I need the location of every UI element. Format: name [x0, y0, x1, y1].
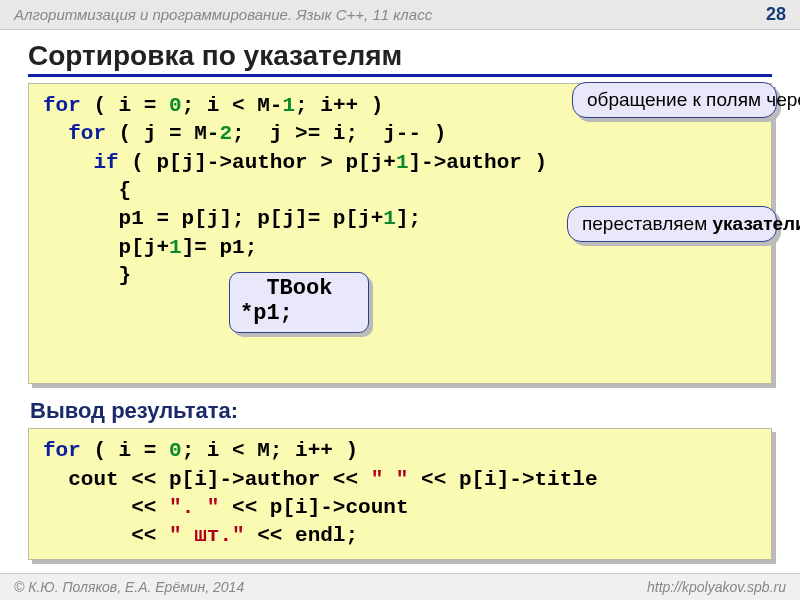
code-txt: }	[43, 264, 131, 287]
code-num: 0	[169, 94, 182, 117]
page-header: Алгоритмизация и программирование. Язык …	[0, 0, 800, 30]
slide-title: Сортировка по указателям	[28, 40, 772, 77]
code-kw: if	[43, 151, 119, 174]
code-txt: ]->author )	[408, 151, 547, 174]
code-block-sort: for ( i = 0; i < M-1; i++ ) for ( j = M-…	[28, 83, 772, 384]
code-str: " шт."	[169, 524, 245, 547]
callout-swap: переставляем указатели!	[567, 206, 777, 242]
code-txt: ( p[j]->author > p[j+	[119, 151, 396, 174]
code-num: 1	[282, 94, 295, 117]
callout-text: обращение к полям через указатели	[587, 89, 800, 110]
course-title: Алгоритмизация и программирование. Язык …	[14, 6, 432, 23]
code-num: 0	[169, 439, 182, 462]
code-txt: << endl;	[245, 524, 358, 547]
code-block-output: for ( i = 0; i < M; i++ ) cout << p[i]->…	[28, 428, 772, 559]
code-str: ". "	[169, 496, 219, 519]
code-num: 1	[169, 236, 182, 259]
code-str: " "	[371, 468, 409, 491]
callout-text: переставляем	[582, 213, 713, 234]
code-txt: p1 = p[j]; p[j]= p[j+	[43, 207, 383, 230]
code-txt: {	[43, 179, 131, 202]
output-heading: Вывод результата:	[30, 398, 800, 424]
code-num: 2	[219, 122, 232, 145]
code-txt: ; i < M; i++ )	[182, 439, 358, 462]
footer-url: http://kpolyakov.spb.ru	[647, 579, 786, 595]
code-kw: for	[43, 439, 81, 462]
code-txt: <<	[43, 496, 169, 519]
page-footer: © К.Ю. Поляков, Е.А. Ерёмин, 2014 http:/…	[0, 573, 800, 600]
code-kw: for	[43, 94, 81, 117]
code-txt: cout << p[i]->author <<	[43, 468, 371, 491]
code-txt: ; i < M-	[182, 94, 283, 117]
code-num: 1	[396, 151, 409, 174]
code-txt: ( i =	[81, 439, 169, 462]
callout-text: TBook *p1;	[240, 276, 332, 326]
code-txt: ];	[396, 207, 421, 230]
code-txt: ; j >= i; j-- )	[232, 122, 446, 145]
code-txt: << p[i]->title	[408, 468, 597, 491]
callout-fields: обращение к полям через указатели	[572, 82, 777, 118]
code-txt: ( j = M-	[106, 122, 219, 145]
code-txt: ( i =	[81, 94, 169, 117]
callout-em: указатели	[713, 213, 801, 234]
code-num: 1	[383, 207, 396, 230]
code-txt: ; i++ )	[295, 94, 383, 117]
code-txt: <<	[43, 524, 169, 547]
code-txt: p[j+	[43, 236, 169, 259]
code-txt: ]= p1;	[182, 236, 258, 259]
code-txt: << p[i]->count	[219, 496, 408, 519]
callout-tbook: TBook *p1;	[229, 272, 369, 333]
copyright: © К.Ю. Поляков, Е.А. Ерёмин, 2014	[14, 579, 244, 595]
page-number: 28	[766, 4, 786, 25]
code-kw: for	[43, 122, 106, 145]
